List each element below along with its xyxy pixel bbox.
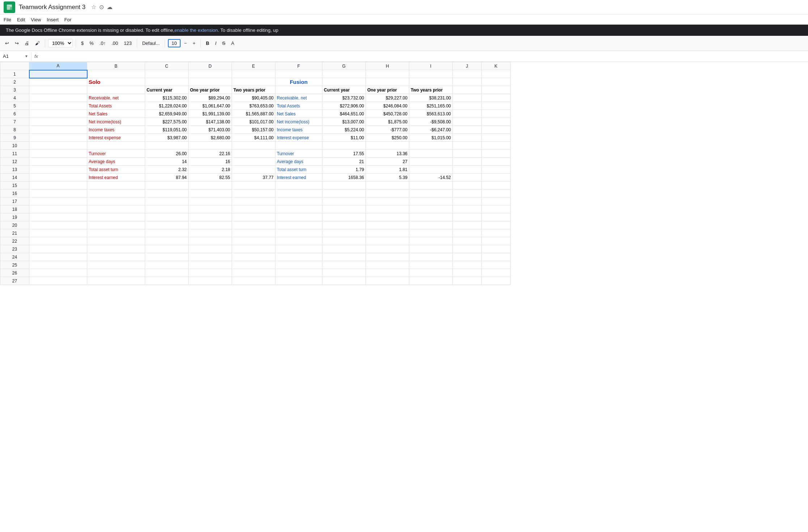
cell-A13[interactable] bbox=[29, 166, 87, 174]
cell-A4[interactable] bbox=[29, 94, 87, 102]
cell-D13[interactable]: 2.18 bbox=[189, 166, 232, 174]
cell-J1[interactable] bbox=[453, 70, 482, 78]
cell-K13[interactable] bbox=[482, 166, 511, 174]
cell-D11[interactable]: 22.16 bbox=[189, 150, 232, 158]
cell-A3[interactable] bbox=[29, 86, 87, 94]
cell-B9[interactable]: Interest expense bbox=[87, 134, 145, 142]
cell-J6[interactable] bbox=[453, 110, 482, 118]
cell-C8[interactable]: $119,051.00 bbox=[145, 126, 189, 134]
decrease-font-button[interactable]: − bbox=[182, 39, 189, 47]
cell-K4[interactable] bbox=[482, 94, 511, 102]
cell-H3[interactable]: One year prior bbox=[366, 86, 409, 94]
cell-H7[interactable]: $1,875.00 bbox=[366, 118, 409, 126]
cell-C10[interactable] bbox=[145, 142, 189, 150]
bold-button[interactable]: B bbox=[204, 39, 211, 47]
cell-E1[interactable] bbox=[232, 70, 275, 78]
cell-D3[interactable]: One year prior bbox=[189, 86, 232, 94]
cell-G10[interactable] bbox=[322, 142, 366, 150]
cell-A2[interactable] bbox=[29, 78, 87, 86]
cell-I7[interactable]: -$9,508.00 bbox=[409, 118, 453, 126]
cell-G11[interactable]: 17.55 bbox=[322, 150, 366, 158]
formula-input[interactable] bbox=[41, 54, 805, 59]
menu-format[interactable]: For bbox=[64, 17, 72, 22]
cell-C5[interactable]: $1,228,024.00 bbox=[145, 102, 189, 110]
cell-H1[interactable] bbox=[366, 70, 409, 78]
cell-G3[interactable]: Current year bbox=[322, 86, 366, 94]
cell-C11[interactable]: 26.00 bbox=[145, 150, 189, 158]
cell-E6[interactable]: $1,565,887.00 bbox=[232, 110, 275, 118]
percent-button[interactable]: % bbox=[87, 39, 96, 47]
cell-H12[interactable]: 27 bbox=[366, 158, 409, 166]
cell-F3[interactable] bbox=[275, 86, 322, 94]
cell-K3[interactable] bbox=[482, 86, 511, 94]
cell-F7[interactable]: Net income(loss) bbox=[275, 118, 322, 126]
cell-B14[interactable]: Interest earned bbox=[87, 174, 145, 182]
cell-J10[interactable] bbox=[453, 142, 482, 150]
cell-A12[interactable] bbox=[29, 158, 87, 166]
cell-F11[interactable]: Turnover bbox=[275, 150, 322, 158]
col-header-F[interactable]: F bbox=[275, 62, 322, 70]
cell-I9[interactable]: $1,015.00 bbox=[409, 134, 453, 142]
cell-G8[interactable]: $5,224.00 bbox=[322, 126, 366, 134]
cell-D4[interactable]: $89,294.00 bbox=[189, 94, 232, 102]
cell-D2[interactable] bbox=[189, 78, 232, 86]
cell-H10[interactable] bbox=[366, 142, 409, 150]
increase-decimal-button[interactable]: .00 bbox=[109, 39, 120, 47]
cell-E12[interactable] bbox=[232, 158, 275, 166]
cell-I3[interactable]: Two years prior bbox=[409, 86, 453, 94]
currency-button[interactable]: $ bbox=[79, 39, 86, 47]
cell-G13[interactable]: 1.79 bbox=[322, 166, 366, 174]
cell-D6[interactable]: $1,991,139.00 bbox=[189, 110, 232, 118]
cell-B1[interactable] bbox=[87, 70, 145, 78]
cell-reference-input[interactable] bbox=[3, 54, 25, 59]
cell-K9[interactable] bbox=[482, 134, 511, 142]
cell-C7[interactable]: $227,575.00 bbox=[145, 118, 189, 126]
cell-F14[interactable]: Interest earned bbox=[275, 174, 322, 182]
cell-I5[interactable]: $251,165.00 bbox=[409, 102, 453, 110]
star-icon[interactable]: ☆ bbox=[91, 4, 96, 10]
menu-file[interactable]: File bbox=[4, 17, 11, 22]
cell-K1[interactable] bbox=[482, 70, 511, 78]
cell-G4[interactable]: $23,732.00 bbox=[322, 94, 366, 102]
col-header-B[interactable]: B bbox=[87, 62, 145, 70]
col-header-H[interactable]: H bbox=[366, 62, 409, 70]
cell-D9[interactable]: $2,680.00 bbox=[189, 134, 232, 142]
cell-K2[interactable] bbox=[482, 78, 511, 86]
cell-D7[interactable]: $147,138.00 bbox=[189, 118, 232, 126]
zoom-select[interactable]: 100% 75% 50% 125% bbox=[48, 39, 73, 47]
cell-H4[interactable]: $29,227.00 bbox=[366, 94, 409, 102]
cell-H2[interactable] bbox=[366, 78, 409, 86]
col-header-E[interactable]: E bbox=[232, 62, 275, 70]
cell-D5[interactable]: $1,061,647.00 bbox=[189, 102, 232, 110]
cell-B5[interactable]: Total Assets bbox=[87, 102, 145, 110]
cell-H11[interactable]: 13.36 bbox=[366, 150, 409, 158]
cell-H9[interactable]: $250.00 bbox=[366, 134, 409, 142]
cell-B3[interactable] bbox=[87, 86, 145, 94]
cell-G7[interactable]: $13,007.00 bbox=[322, 118, 366, 126]
cell-H14[interactable]: 5.39 bbox=[366, 174, 409, 182]
print-button[interactable]: 🖨 bbox=[22, 39, 31, 47]
cell-J5[interactable] bbox=[453, 102, 482, 110]
cell-C1[interactable] bbox=[145, 70, 189, 78]
cell-J3[interactable] bbox=[453, 86, 482, 94]
cell-E2[interactable] bbox=[232, 78, 275, 86]
folder-icon[interactable]: ⊙ bbox=[99, 4, 104, 10]
cell-H6[interactable]: $450,728.00 bbox=[366, 110, 409, 118]
cell-H5[interactable]: $246,084.00 bbox=[366, 102, 409, 110]
col-header-D[interactable]: D bbox=[189, 62, 232, 70]
cell-H13[interactable]: 1.81 bbox=[366, 166, 409, 174]
cell-C14[interactable]: 87.94 bbox=[145, 174, 189, 182]
cell-A5[interactable] bbox=[29, 102, 87, 110]
cell-I12[interactable] bbox=[409, 158, 453, 166]
cell-I8[interactable]: -$6,247.00 bbox=[409, 126, 453, 134]
cell-D1[interactable] bbox=[189, 70, 232, 78]
font-color-button[interactable]: A bbox=[229, 39, 237, 47]
cell-C4[interactable]: $115,302.00 bbox=[145, 94, 189, 102]
cell-A14[interactable] bbox=[29, 174, 87, 182]
undo-button[interactable]: ↩ bbox=[3, 39, 11, 47]
decrease-decimal-button[interactable]: .0↑ bbox=[97, 39, 108, 47]
italic-button[interactable]: I bbox=[213, 39, 219, 47]
menu-insert[interactable]: Insert bbox=[47, 17, 59, 22]
cell-K6[interactable] bbox=[482, 110, 511, 118]
cell-J8[interactable] bbox=[453, 126, 482, 134]
